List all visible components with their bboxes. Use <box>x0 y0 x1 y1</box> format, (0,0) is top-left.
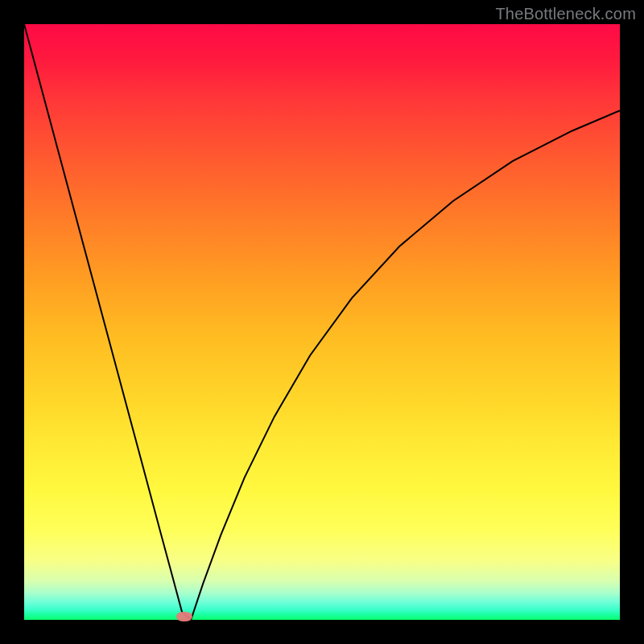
chart-frame: TheBottleneck.com <box>0 0 644 644</box>
optimal-point-marker <box>176 612 192 621</box>
watermark-text: TheBottleneck.com <box>495 5 636 23</box>
bottleneck-curve <box>24 24 620 620</box>
plot-area <box>24 24 620 620</box>
